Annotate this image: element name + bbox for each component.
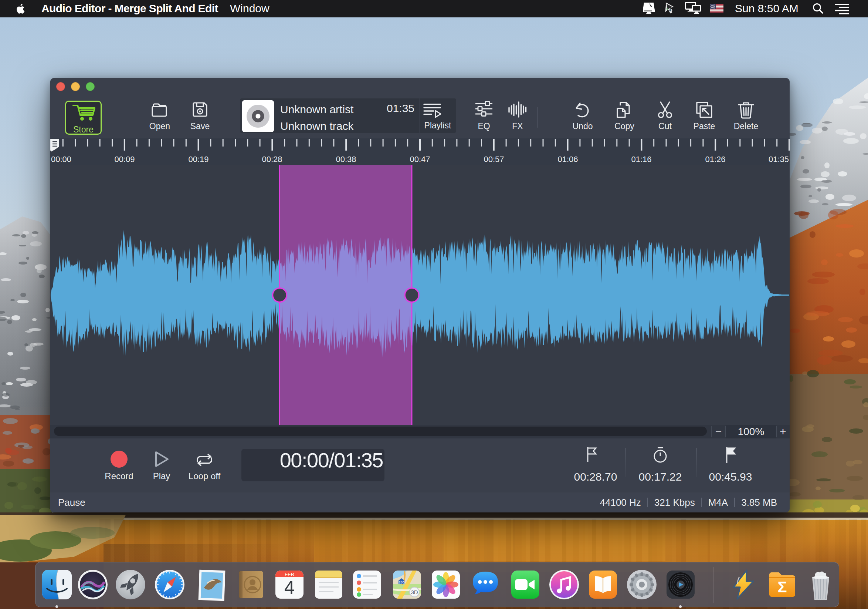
svg-text:00:19: 00:19: [188, 155, 209, 164]
svg-text:01:35: 01:35: [769, 155, 789, 164]
svg-text:280: 280: [398, 581, 404, 584]
svg-text:00:47: 00:47: [409, 155, 430, 164]
svg-text:01:16: 01:16: [631, 155, 651, 164]
svg-text:Σ: Σ: [777, 578, 787, 596]
svg-text:00:00: 00:00: [51, 155, 71, 164]
svg-text:00:57: 00:57: [484, 155, 504, 164]
svg-text:01:26: 01:26: [705, 155, 725, 164]
svg-text:01:06: 01:06: [558, 155, 578, 164]
svg-text:4: 4: [284, 577, 294, 598]
svg-text:FEB: FEB: [285, 572, 294, 577]
svg-text:3D: 3D: [411, 589, 418, 595]
svg-text:00:09: 00:09: [114, 155, 135, 164]
svg-text:00:38: 00:38: [336, 155, 356, 164]
svg-text:00:28: 00:28: [262, 155, 282, 164]
